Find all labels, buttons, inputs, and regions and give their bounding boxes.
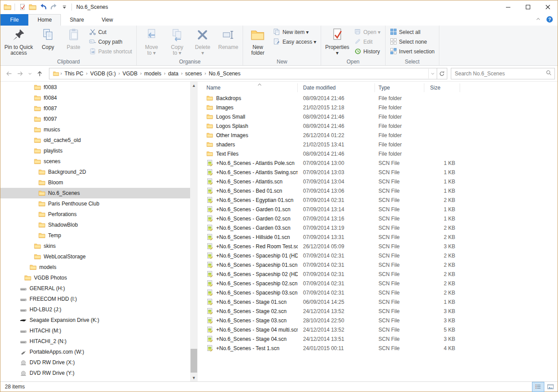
up-icon[interactable] [34, 68, 45, 79]
file-row[interactable]: Backdrops08/09/2014 21:46File folder [198, 93, 558, 103]
file-row[interactable]: +No.6_Scenes - Spaceship 01 (HD).scn07/0… [198, 251, 558, 260]
sidebar-item-musics[interactable]: musics [0, 124, 190, 135]
properties-quick-icon[interactable] [18, 3, 26, 11]
file-row[interactable]: +No.6_Scenes - Red Room Test.scn26/12/20… [198, 242, 558, 251]
select-none-button[interactable]: Select none [387, 37, 438, 47]
tab-home[interactable]: Home [28, 14, 61, 26]
sidebar-item-models[interactable]: models [0, 262, 190, 273]
copy-path-button[interactable]: Copy path [86, 37, 135, 47]
file-row[interactable]: Logos Small08/09/2014 21:46File folder [198, 112, 558, 121]
sidebar-item-hitachi-m[interactable]: HITACHI (M:) [0, 325, 190, 336]
sidebar-item-clipped[interactable] [0, 378, 190, 381]
new-folder-quick-icon[interactable] [28, 3, 37, 11]
address-bar[interactable]: › This PC›VGDB (G:)›VGDB›models›data›sce… [49, 68, 437, 79]
move-to-button[interactable]: Move to ▾ [139, 26, 164, 56]
sidebar-item-general-h[interactable]: GENERAL (H:) [0, 283, 190, 294]
sidebar-item-dvd-rw-drive-x[interactable]: DVD RW Drive (X:) [0, 357, 190, 368]
collapse-ribbon-icon[interactable] [536, 16, 542, 24]
file-row[interactable]: +No.6_Scenes - Test 1.scn24/01/2015 00:1… [198, 343, 558, 353]
file-row[interactable]: +No.6_Scenes - Stage 03.scn28/10/2014 22… [198, 316, 558, 325]
sidebar-item-f0087[interactable]: f0087 [0, 103, 190, 114]
file-row[interactable]: +No.6_Scenes - Stage 04.scn24/12/2014 13… [198, 334, 558, 343]
breadcrumb-scenes[interactable]: scenes [183, 71, 204, 77]
column-header-size[interactable]: Size [424, 83, 460, 92]
file-row[interactable]: +No.6_Scenes - Stage 02.scn24/12/2014 13… [198, 306, 558, 316]
sidebar-item-playlists[interactable]: playlists [0, 146, 190, 156]
column-header-name[interactable]: Name [198, 83, 298, 92]
sidebar-item-dvd-rw-drive-y[interactable]: DVD RW Drive (Y:) [0, 368, 190, 378]
history-button[interactable]: History [352, 47, 383, 56]
sidebar-item-f0083[interactable]: f0083 [0, 82, 190, 93]
breadcrumb-models[interactable]: models [142, 71, 164, 77]
new-folder-button[interactable]: New folder [245, 26, 270, 56]
file-row[interactable]: +No.6_Scenes - Spaceship 02.scn07/09/201… [198, 279, 558, 288]
file-row[interactable]: +No.6_Scenes - Spaceship 01.scn07/09/201… [198, 260, 558, 269]
sidebar-item-freecom-hdd-i[interactable]: FREECOM HDD (I:) [0, 294, 190, 304]
tab-view[interactable]: View [93, 15, 122, 26]
properties-button[interactable]: Properties ▾ [323, 26, 352, 56]
file-row[interactable]: +No.6_Scenes - Egyptian 01.scn07/09/2014… [198, 195, 558, 205]
details-view-button[interactable] [532, 382, 544, 392]
sidebar-item-bloom[interactable]: Bloom [0, 177, 190, 188]
sidebar-item-background-2d[interactable]: Background_2D [0, 167, 190, 177]
back-icon[interactable] [3, 68, 15, 79]
copy-to-button[interactable]: Copy to ▾ [164, 26, 190, 56]
close-button[interactable] [538, 0, 558, 14]
column-header-date-modified[interactable]: Date modified [298, 83, 375, 92]
sidebar-item-hd-lbu2-j[interactable]: HD-LBU2 (J:) [0, 304, 190, 315]
file-row[interactable]: shaders21/02/2015 13:41File folder [198, 140, 558, 149]
sidebar-item-f0084[interactable]: f0084 [0, 93, 190, 103]
sidebar-item-old-cache5-old[interactable]: old_cache5_old [0, 135, 190, 146]
customize-qat-icon[interactable] [60, 3, 69, 11]
delete-button[interactable]: Delete ▾ [190, 26, 215, 56]
file-row[interactable]: +No.6_Scenes - Stage 04 multi.scn24/12/2… [198, 325, 558, 334]
sidebar-item-vgdb-photos[interactable]: VGDB Photos [0, 273, 190, 283]
scroll-down-icon[interactable]: ▼ [190, 374, 198, 381]
file-row[interactable]: +No.6_Scenes - Stage 01.scn06/09/2014 14… [198, 297, 558, 306]
file-row[interactable]: +No.6_Scenes - Spaceship 02 (HD).scn07/0… [198, 269, 558, 279]
select-all-button[interactable]: Select all [387, 27, 438, 37]
file-row[interactable]: +No.6_Scenes - Atlantis Pole.scn07/09/20… [198, 158, 558, 168]
maximize-button[interactable] [518, 0, 538, 14]
file-row[interactable]: +No.6_Scenes - Atlantis.scn07/09/2014 13… [198, 177, 558, 186]
breadcrumb-data[interactable]: data [166, 71, 180, 77]
sidebar-item-skins[interactable]: skins [0, 241, 190, 251]
file-row[interactable]: +No.6_Scenes - Garden 02.scn07/09/2014 1… [198, 214, 558, 223]
column-header-type[interactable]: Type [375, 83, 424, 92]
sidebar-item-hitachi-2-n[interactable]: HITACHI_2 (N:) [0, 336, 190, 347]
sidebar-scrollbar[interactable]: ▲ ▼ [190, 82, 198, 381]
address-dropdown-icon[interactable] [428, 69, 437, 78]
redo-icon[interactable] [49, 3, 58, 11]
new-item-button[interactable]: New item ▾ [270, 27, 319, 37]
minimize-button[interactable] [498, 0, 518, 14]
search-input[interactable] [454, 70, 546, 77]
sidebar-item-portableapps-com-w[interactable]: PortableApps.com (W:) [0, 347, 190, 357]
search-box[interactable] [451, 68, 555, 79]
open-button[interactable]: Open ▾ [352, 27, 383, 37]
file-row[interactable]: +No.6_Scenes - Atlantis Swing.scn07/09/2… [198, 168, 558, 177]
sidebar-item-paris-penthouse-club[interactable]: Paris Penthouse Club [0, 198, 190, 209]
rename-button[interactable]: Rename [215, 26, 241, 51]
sidebar-item-perforations[interactable]: Perforations [0, 209, 190, 220]
thumbnails-view-button[interactable] [544, 382, 557, 392]
breadcrumb-vgdb[interactable]: VGDB [120, 71, 140, 77]
file-row[interactable]: +No.6_Scenes - Spaceship 03.scn07/09/201… [198, 288, 558, 297]
sidebar-item-f0097[interactable]: f0097 [0, 114, 190, 124]
recent-locations-icon[interactable] [26, 68, 34, 79]
file-row[interactable]: +No.6_Scenes - Hillside 01.scn07/09/2014… [198, 232, 558, 242]
paste-shortcut-button[interactable]: Paste shortcut [86, 47, 135, 56]
breadcrumb-this-pc[interactable]: This PC [62, 71, 86, 77]
sidebar-item-scenes[interactable]: scenes [0, 156, 190, 167]
sidebar-item-weblocalstorage[interactable]: WebLocalStorage [0, 251, 190, 262]
search-icon[interactable] [546, 70, 552, 77]
forward-icon[interactable] [15, 68, 26, 79]
help-icon[interactable]: ? [546, 16, 553, 24]
file-row[interactable]: +No.6_Scenes - Garden 01.scn07/09/2014 1… [198, 205, 558, 214]
paste-button[interactable]: Paste [61, 26, 86, 51]
file-row[interactable]: +No.6_Scenes - Garden 03.scn07/09/2014 1… [198, 223, 558, 232]
sidebar-item-seagate-expansion-drive-k[interactable]: Seagate Expansion Drive (K:) [0, 315, 190, 325]
file-row[interactable]: Logos Splash08/09/2014 21:46File folder [198, 121, 558, 131]
scroll-up-icon[interactable]: ▲ [190, 82, 198, 89]
refresh-icon[interactable] [437, 68, 447, 79]
sidebar-item-temp[interactable]: Temp [0, 230, 190, 241]
